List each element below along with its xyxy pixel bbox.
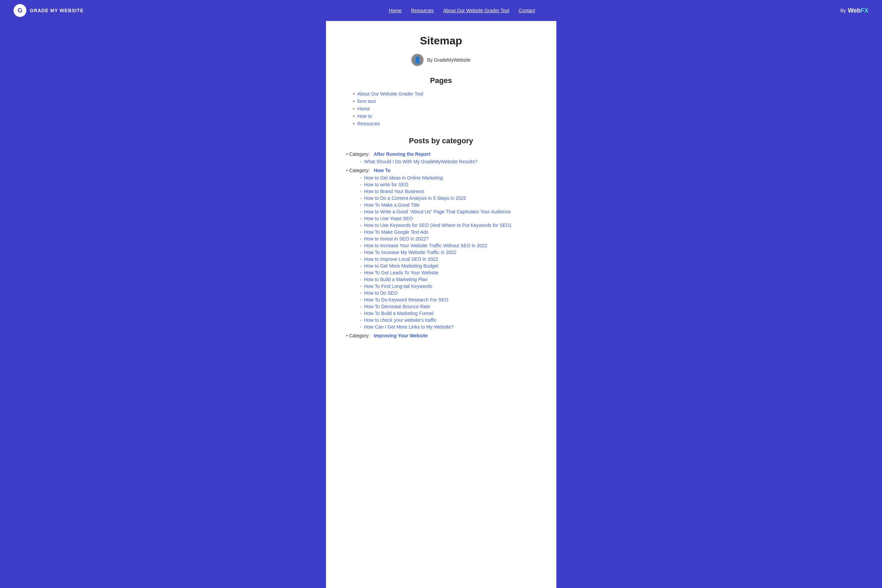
post-link[interactable]: How To Decrease Bounce Rate (364, 304, 430, 309)
author-line: 👤 By GradeMyWebsite (346, 54, 536, 66)
webfx-logo: WebFX (848, 7, 868, 14)
webfx-branding: By WebFX (840, 7, 868, 14)
nav-home[interactable]: Home (389, 8, 401, 13)
post-link[interactable]: How To Build a Marketing Funnel (364, 310, 433, 316)
category-link[interactable]: After Running the Report (374, 152, 430, 157)
list-item: How to Write a Good "About Us" Page That… (360, 209, 536, 214)
list-item: How to Use Keywords for SEO (And Where t… (360, 222, 536, 228)
page-layout: Sitemap 👤 By GradeMyWebsite Pages About … (0, 21, 882, 588)
main-nav: Home Resources About Our Website Grader … (389, 8, 535, 13)
page-link-formtest[interactable]: form test (357, 99, 376, 104)
post-link[interactable]: How to Invest in SEO in 2022? (364, 236, 429, 242)
category-label: Category: After Running the Report (346, 152, 536, 157)
pages-list: About Our Website Grader Tool form test … (346, 91, 536, 126)
post-link[interactable]: How Can I Get More Links to My Website? (364, 324, 453, 330)
category-prefix: Category: (349, 168, 370, 173)
post-link[interactable]: How to check your website's traffic (364, 317, 436, 323)
by-label: By (840, 8, 846, 13)
post-link[interactable]: How to write for SEO (364, 182, 408, 187)
post-link[interactable]: How to Use Yoast SEO (364, 216, 413, 221)
category-link[interactable]: Improving Your Website (374, 333, 428, 338)
site-header: G GRADE MY WEBSITE Home Resources About … (0, 0, 882, 21)
list-item: How to Get More Marketing Budget (360, 263, 536, 268)
category-prefix: Category: (349, 152, 370, 157)
category-label: Category: How To (346, 168, 536, 173)
list-item: How to write for SEO (360, 182, 536, 187)
post-link[interactable]: How to Do a Content Analysis in 5 Steps … (364, 195, 466, 201)
list-item: How to Get Ideas in Online Marketing (360, 175, 536, 180)
post-link[interactable]: How to Get More Marketing Budget (364, 263, 438, 268)
logo-area: G GRADE MY WEBSITE (14, 4, 84, 17)
page-link-home[interactable]: Home (357, 106, 370, 111)
list-item: How To Decrease Bounce Rate (360, 304, 536, 309)
author-avatar: 👤 (411, 54, 424, 66)
post-link[interactable]: How To Increase My Website Traffic in 20… (364, 250, 456, 255)
page-link-howto[interactable]: How to (357, 114, 372, 119)
category-prefix: Category: (349, 333, 370, 338)
list-item: About Our Website Grader Tool (353, 91, 536, 96)
post-link[interactable]: How to Improve Local SEO in 2022 (364, 256, 438, 262)
nav-resources[interactable]: Resources (411, 8, 434, 13)
list-item: form test (353, 99, 536, 104)
post-link[interactable]: How to Get Ideas in Online Marketing (364, 175, 443, 180)
page-link-grader[interactable]: About Our Website Grader Tool (357, 91, 423, 96)
post-link[interactable]: How to Build a Marketing Plan (364, 277, 428, 282)
main-content-area: Sitemap 👤 By GradeMyWebsite Pages About … (326, 21, 556, 588)
post-link[interactable]: How To Make a Good Title (364, 202, 419, 208)
list-item: How to Build a Marketing Plan (360, 277, 536, 282)
list-item: How to Invest in SEO in 2022? (360, 236, 536, 242)
category-how-to: Category: How To How to Get Ideas in Onl… (346, 168, 536, 330)
list-item: How To Find Long-tail Keywords (360, 284, 536, 289)
nav-contact[interactable]: Contact (519, 8, 535, 13)
post-link[interactable]: How To Do Keyword Research For SEO (364, 297, 448, 303)
post-link[interactable]: How to Use Keywords for SEO (And Where t… (364, 222, 511, 228)
list-item: How to Improve Local SEO in 2022 (360, 256, 536, 262)
list-item: What Should I Do With My GradeMyWebsite … (360, 159, 536, 164)
category-after-running: Category: After Running the Report What … (346, 152, 536, 164)
list-item: How Can I Get More Links to My Website? (360, 324, 536, 330)
list-item: How To Make Google Text Ads (360, 229, 536, 235)
post-link[interactable]: How to Write a Good "About Us" Page That… (364, 209, 511, 214)
list-item: How to Brand Your Business (360, 189, 536, 194)
list-item: Resources (353, 121, 536, 126)
list-item: How to check your website's traffic (360, 317, 536, 323)
list-item: How to Increase Your Website Traffic Wit… (360, 243, 536, 248)
author-name: By GradeMyWebsite (427, 57, 470, 63)
nav-about-grader[interactable]: About Our Website Grader Tool (443, 8, 509, 13)
left-blue-band (0, 21, 326, 588)
post-link[interactable]: How to Brand Your Business (364, 189, 424, 194)
list-item: How To Increase My Website Traffic in 20… (360, 250, 536, 255)
list-item: How To Build a Marketing Funnel (360, 310, 536, 316)
category-label: Category: Improving Your Website (346, 333, 536, 338)
list-item: How To Make a Good Title (360, 202, 536, 208)
list-item: How to Do SEO (360, 290, 536, 296)
post-link[interactable]: What Should I Do With My GradeMyWebsite … (364, 159, 477, 164)
category-improving: Category: Improving Your Website (346, 333, 536, 338)
post-link[interactable]: How to Increase Your Website Traffic Wit… (364, 243, 487, 248)
list-item: How to Do a Content Analysis in 5 Steps … (360, 195, 536, 201)
post-link[interactable]: How To Find Long-tail Keywords (364, 284, 432, 289)
post-link[interactable]: How To Get Leads To Your Website (364, 270, 438, 275)
page-link-resources[interactable]: Resources (357, 121, 380, 126)
right-blue-band (556, 21, 882, 588)
category-link[interactable]: How To (374, 168, 391, 173)
list-item: How to (353, 114, 536, 119)
page-title: Sitemap (346, 34, 536, 47)
post-list: How to Get Ideas in Online Marketing How… (346, 175, 536, 330)
post-list: What Should I Do With My GradeMyWebsite … (346, 159, 536, 164)
posts-section-title: Posts by category (346, 136, 536, 145)
post-link[interactable]: How to Do SEO (364, 290, 397, 296)
pages-section-title: Pages (346, 76, 536, 85)
list-item: How To Do Keyword Research For SEO (360, 297, 536, 303)
post-link[interactable]: How To Make Google Text Ads (364, 229, 428, 235)
logo-icon: G (14, 4, 26, 17)
list-item: Home (353, 106, 536, 111)
list-item: How To Get Leads To Your Website (360, 270, 536, 275)
list-item: How to Use Yoast SEO (360, 216, 536, 221)
logo-text: GRADE MY WEBSITE (30, 8, 84, 13)
